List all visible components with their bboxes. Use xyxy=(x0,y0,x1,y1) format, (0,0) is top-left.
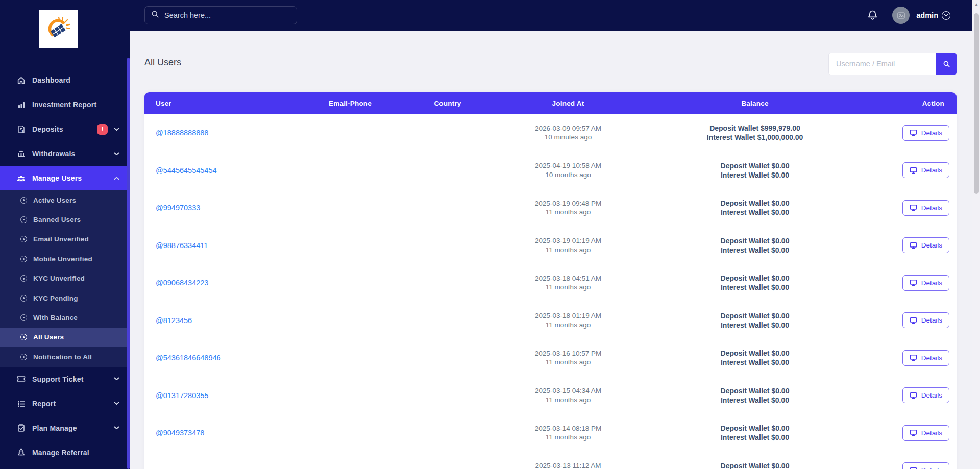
sidebar-item-deposits[interactable]: $ Deposits ! xyxy=(0,117,130,141)
user-cell: @54361846648946 xyxy=(144,353,292,362)
sidebar-item-label: Withdrawals xyxy=(32,150,76,158)
sidebar-scrollbar-thumb[interactable] xyxy=(127,58,130,469)
interest-wallet-amount: Interest Wallet $0.00 xyxy=(649,396,861,405)
column-header-country: Country xyxy=(408,100,487,107)
admin-avatar[interactable] xyxy=(892,7,910,24)
joined-date: 2025-03-15 04:34 AM xyxy=(487,386,649,396)
deposit-wallet-amount: Deposit Wallet $0.00 xyxy=(649,461,861,469)
details-button[interactable]: Details xyxy=(902,237,949,253)
joined-date: 2025-03-13 11:12 AM xyxy=(487,461,649,469)
user-cell: @18888888888 xyxy=(144,128,292,137)
monitor-icon xyxy=(910,317,917,324)
main-content: All Users User Email-Phone Country Joine… xyxy=(130,31,980,469)
username-link[interactable]: @98876334411 xyxy=(156,241,208,250)
sidebar-subitem-with-balance[interactable]: With Balance xyxy=(0,308,130,327)
sidebar-subitem-all-users[interactable]: All Users xyxy=(0,328,130,347)
details-button[interactable]: Details xyxy=(902,425,949,441)
joined-date: 2025-03-14 08:18 PM xyxy=(487,424,649,433)
column-header-balance: Balance xyxy=(649,100,861,107)
details-label: Details xyxy=(921,129,942,137)
table-row: @98876334411 2025-03-19 01:19 AM 11 mont… xyxy=(144,227,957,264)
joined-at-cell: 2026-03-09 09:57 AM 10 minutes ago xyxy=(487,124,649,142)
action-cell: Details xyxy=(861,275,957,291)
page-scrollbar-thumb[interactable] xyxy=(974,13,979,194)
interest-wallet-amount: Interest Wallet $0.00 xyxy=(649,170,861,180)
username-link[interactable]: @5445645545454 xyxy=(156,166,217,175)
details-label: Details xyxy=(921,279,942,287)
details-button[interactable]: Details xyxy=(902,125,949,141)
sidebar-subitem-notification-to-all[interactable]: Notification to All xyxy=(0,347,130,366)
table-row: @9049373478 2025-03-14 08:18 PM 11 month… xyxy=(144,414,957,452)
page-scrollbar[interactable]: ▲ xyxy=(972,0,980,469)
account-chevron-icon[interactable] xyxy=(942,11,950,20)
sidebar-subitem-kyc-unverified[interactable]: KYC Unverified xyxy=(0,269,130,288)
username-link[interactable]: @09068434223 xyxy=(156,279,208,287)
table-header-row: User Email-Phone Country Joined At Balan… xyxy=(144,92,957,114)
sidebar-item-support-ticket[interactable]: Support Ticket xyxy=(0,367,130,391)
sidebar-subitem-email-unverified[interactable]: Email Unverified xyxy=(0,230,130,249)
interest-wallet-amount: Interest Wallet $0.00 xyxy=(649,245,861,255)
users-table-card: User Email-Phone Country Joined At Balan… xyxy=(144,92,957,469)
scrollbar-up-arrow[interactable]: ▲ xyxy=(972,2,980,7)
sidebar-subitem-mobile-unverified[interactable]: Mobile Unverified xyxy=(0,249,130,268)
action-cell: Details xyxy=(861,387,957,403)
user-cell: @98876334411 xyxy=(144,241,292,250)
joined-date: 2025-03-16 10:57 PM xyxy=(487,349,649,358)
column-header-action: Action xyxy=(861,100,957,107)
monitor-icon xyxy=(910,242,917,249)
username-email-filter-input[interactable] xyxy=(828,53,936,75)
sidebar-item-withdrawals[interactable]: Withdrawals xyxy=(0,141,130,166)
interest-wallet-amount: Interest Wallet $0.00 xyxy=(649,283,861,292)
action-cell: Details xyxy=(861,462,957,469)
search-icon xyxy=(151,10,159,20)
sidebar-item-report[interactable]: Report xyxy=(0,391,130,416)
joined-at-cell: 2025-03-18 01:19 AM 11 months ago xyxy=(487,311,649,329)
sidebar-item-plan-manage[interactable]: Plan Manage xyxy=(0,416,130,440)
joined-date: 2025-03-19 09:48 PM xyxy=(487,199,649,208)
sidebar-subitem-active-users[interactable]: Active Users xyxy=(0,190,130,210)
username-link[interactable]: @54361846648946 xyxy=(156,354,221,362)
column-header-joined-at: Joined At xyxy=(487,100,649,107)
sidebar-subitem-kyc-pending[interactable]: KYC Pending xyxy=(0,288,130,308)
sidebar-item-label: Deposits xyxy=(32,125,63,133)
monitor-icon xyxy=(910,429,917,436)
username-link[interactable]: @9049373478 xyxy=(156,429,204,437)
table-row: @18888888888 2026-03-09 09:57 AM 10 minu… xyxy=(144,114,957,152)
joined-at-cell: 2025-03-15 04:34 AM 11 months ago xyxy=(487,386,649,404)
admin-username[interactable]: admin xyxy=(916,11,938,19)
username-link[interactable]: @8123456 xyxy=(156,316,192,325)
sidebar-item-manage-referral[interactable]: Manage Referral xyxy=(0,440,130,465)
details-button[interactable]: Details xyxy=(902,462,949,469)
brand-logo[interactable] xyxy=(39,10,78,48)
details-button[interactable]: Details xyxy=(902,387,949,403)
dot-circle-icon xyxy=(20,216,27,223)
sidebar-item-manage-users[interactable]: Manage Users xyxy=(0,166,130,190)
column-header-email-phone: Email-Phone xyxy=(292,100,408,107)
joined-at-cell: 2025-03-18 04:51 AM 11 months ago xyxy=(487,274,649,292)
chevron-down-icon xyxy=(114,128,119,131)
sidebar-item-investment-report[interactable]: Investment Report xyxy=(0,92,130,117)
username-link[interactable]: @994970333 xyxy=(156,204,200,212)
joined-date: 2025-03-18 04:51 AM xyxy=(487,274,649,283)
sidebar-subitem-banned-users[interactable]: Banned Users xyxy=(0,210,130,229)
details-button[interactable]: Details xyxy=(902,312,949,328)
sidebar-item-label: Plan Manage xyxy=(32,424,77,432)
username-link[interactable]: @01317280355 xyxy=(156,391,208,400)
balance-cell: Deposit Wallet $999,979.00 Interest Wall… xyxy=(649,124,861,142)
balance-cell: Deposit Wallet $0.00 xyxy=(649,461,861,469)
user-cell: @9049373478 xyxy=(144,428,292,437)
filter-search-button[interactable] xyxy=(936,53,957,75)
username-link[interactable]: @18888888888 xyxy=(156,129,208,137)
details-button[interactable]: Details xyxy=(902,275,949,291)
details-button[interactable]: Details xyxy=(902,350,949,366)
action-cell: Details xyxy=(861,200,957,216)
notifications-bell-icon[interactable] xyxy=(867,10,878,21)
sidebar: Dashboard Investment Report $ Deposits ! xyxy=(0,0,130,469)
details-button[interactable]: Details xyxy=(902,200,949,216)
details-button[interactable]: Details xyxy=(902,162,949,178)
sidebar-item-dashboard[interactable]: Dashboard xyxy=(0,68,130,92)
balance-cell: Deposit Wallet $0.00 Interest Wallet $0.… xyxy=(649,424,861,442)
balance-cell: Deposit Wallet $0.00 Interest Wallet $0.… xyxy=(649,236,861,255)
global-search-input[interactable] xyxy=(164,11,287,19)
table-row: @8123456 2025-03-18 01:19 AM 11 months a… xyxy=(144,302,957,339)
